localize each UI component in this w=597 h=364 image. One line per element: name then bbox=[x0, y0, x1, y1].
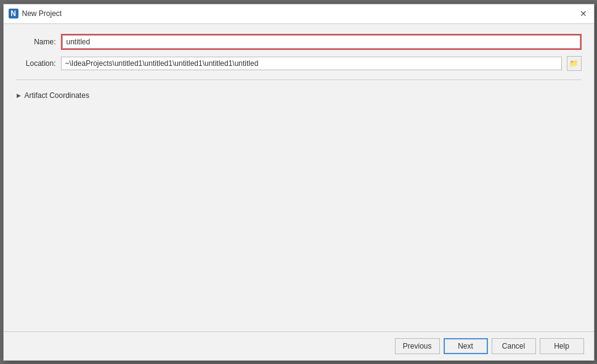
name-input-wrapper bbox=[61, 34, 582, 50]
next-button[interactable]: Next bbox=[444, 338, 488, 354]
name-label: Name: bbox=[16, 38, 56, 46]
dialog-icon: N bbox=[9, 9, 18, 18]
artifact-coordinates-label[interactable]: Artifact Coordinates bbox=[25, 91, 89, 100]
close-button[interactable]: ✕ bbox=[578, 8, 589, 19]
divider bbox=[16, 79, 582, 80]
folder-icon: 📁 bbox=[569, 59, 579, 68]
new-project-dialog: N New Project ✕ Name: Location: 📁 ▶ Arti… bbox=[3, 4, 595, 361]
content-spacer bbox=[16, 106, 582, 322]
help-label: Help bbox=[554, 342, 569, 350]
cancel-button[interactable]: Cancel bbox=[492, 338, 536, 354]
location-input[interactable] bbox=[61, 57, 562, 70]
location-label: Location: bbox=[16, 59, 56, 68]
name-input[interactable] bbox=[62, 35, 580, 49]
expand-arrow-icon[interactable]: ▶ bbox=[16, 92, 22, 99]
browse-button[interactable]: 📁 bbox=[567, 56, 582, 71]
artifact-section: ▶ Artifact Coordinates bbox=[16, 89, 582, 100]
help-button[interactable]: Help bbox=[540, 338, 584, 354]
previous-button[interactable]: Previous bbox=[395, 338, 440, 354]
cancel-label: Cancel bbox=[502, 342, 525, 350]
next-label: Next bbox=[458, 342, 473, 350]
title-bar: N New Project ✕ bbox=[4, 4, 594, 24]
button-bar: Previous Next Cancel Help bbox=[4, 331, 594, 360]
dialog-content: Name: Location: 📁 ▶ Artifact Coordinates bbox=[4, 24, 594, 331]
name-row: Name: bbox=[16, 34, 582, 50]
previous-label: Previous bbox=[403, 342, 432, 350]
location-row: Location: 📁 bbox=[16, 56, 582, 71]
title-bar-left: N New Project bbox=[9, 9, 62, 18]
dialog-title: New Project bbox=[22, 9, 62, 18]
